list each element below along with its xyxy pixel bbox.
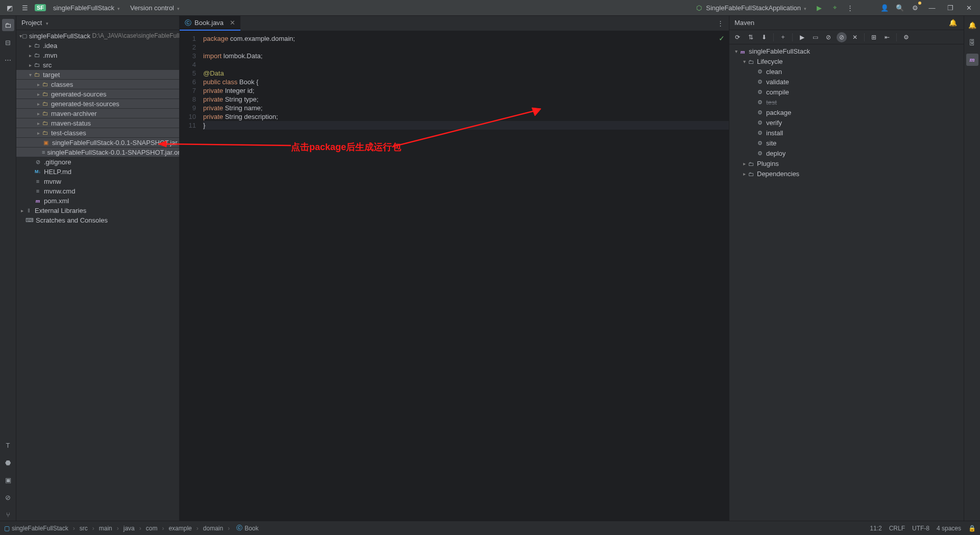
execute-goal-icon[interactable]: ▭: [810, 32, 820, 42]
debug-icon[interactable]: ⌖: [829, 2, 840, 13]
collapse-icon[interactable]: ✕: [850, 32, 860, 42]
reload-icon[interactable]: ⟳: [732, 32, 743, 42]
gear-icon: ⚙: [756, 68, 764, 75]
folder-icon: 🗀: [747, 171, 755, 177]
lifecycle-test[interactable]: ⚙test: [729, 98, 964, 107]
maven-toolbar: ⟳ ⇅ ⬇ ＋ ▶ ▭ ⊘ ⊘ ✕ ⊞ ⇤ ⚙: [729, 30, 964, 44]
lifecycle-verify[interactable]: ⚙verify: [729, 118, 964, 128]
breadcrumb[interactable]: ▢singleFableFullStack›src›main›java›com›…: [4, 524, 259, 532]
search-icon[interactable]: 🔍: [894, 2, 905, 13]
project-tool-icon[interactable]: 🗀: [2, 19, 14, 31]
breadcrumb-bar: ▢singleFableFullStack›src›main›java›com›…: [0, 521, 980, 535]
lifecycle-validate[interactable]: ⚙validate: [729, 77, 964, 87]
folder-icon: 🗀: [41, 101, 49, 107]
folder-icon: 🗀: [33, 42, 41, 48]
notifications-bell-icon[interactable]: 🔔: [947, 17, 959, 29]
lifecycle-install[interactable]: ⚙install: [729, 128, 964, 138]
target-folder: ▾🗀target: [16, 70, 179, 79]
code-with-me-icon[interactable]: 👤: [879, 2, 890, 13]
gear-icon: ⚙: [756, 150, 764, 157]
analysis-ok-icon[interactable]: ✓: [719, 34, 725, 43]
lifecycle-site[interactable]: ⚙site: [729, 138, 964, 148]
gitignore-icon: ⊘: [34, 159, 42, 165]
lifecycle-deploy[interactable]: ⚙deploy: [729, 149, 964, 158]
gear-icon: ⚙: [756, 109, 764, 116]
show-dep-graph-icon[interactable]: ⊞: [869, 32, 879, 42]
folder-icon: 🗀: [747, 161, 755, 167]
maven-tool-icon[interactable]: m: [966, 54, 978, 66]
window-close-icon[interactable]: ✕: [962, 2, 976, 13]
gutter: 1234567891011: [180, 31, 200, 521]
lifecycle-package[interactable]: ⚙package: [729, 108, 964, 117]
project-view-chooser[interactable]: [45, 19, 48, 27]
toggle-offline-icon[interactable]: ⊘: [823, 32, 834, 42]
snapshot-jar: ▣singleFableFullStack-0.0.1-SNAPSHOT.jar: [16, 138, 179, 147]
run-tool-icon[interactable]: ▣: [2, 474, 14, 486]
generate-sources-icon[interactable]: ⇅: [746, 32, 756, 42]
download-sources-icon[interactable]: ⬇: [759, 32, 769, 42]
tab-label: Book.java: [194, 19, 224, 27]
gear-icon: ⚙: [756, 79, 764, 85]
file-icon: ≡: [34, 178, 42, 184]
intellij-logo-icon[interactable]: ◩: [4, 2, 15, 13]
editor-tabbar: ⓒ Book.java ✕ ⋮: [180, 16, 729, 31]
run-config-dropdown[interactable]: ⬡SingleFableFullStackApplication: [693, 3, 810, 13]
folder-icon: 🗀: [33, 52, 41, 58]
gear-icon: ⚙: [756, 89, 764, 95]
scratches-icon: ⌨: [26, 217, 34, 224]
project-badge: SF: [35, 4, 46, 11]
line-ending[interactable]: CRLF: [889, 525, 905, 532]
maven-tree[interactable]: ▾msingleFableFullStack ▾🗀Lifecycle ⚙clea…: [729, 44, 964, 181]
run-icon[interactable]: ▶: [814, 2, 825, 13]
structure-tool-icon[interactable]: ⊟: [2, 36, 14, 48]
project-panel-title: Project: [21, 19, 42, 27]
file-icon: ≡: [42, 149, 45, 155]
encoding[interactable]: UTF-8: [912, 525, 929, 532]
window-minimize-icon[interactable]: —: [925, 2, 939, 13]
terminal-tool-icon[interactable]: T: [2, 439, 14, 451]
problems-tool-icon[interactable]: ⊘: [2, 491, 14, 503]
close-tab-icon[interactable]: ✕: [230, 19, 235, 27]
tab-options-icon[interactable]: ⋮: [712, 16, 729, 31]
code-editor[interactable]: 1234567891011 ✓ package com.example.doma…: [180, 31, 729, 521]
project-dropdown[interactable]: singleFableFullStack: [50, 3, 123, 13]
editor-area: ⓒ Book.java ✕ ⋮ 1234567891011 ✓ package …: [180, 16, 729, 521]
module-icon: ▢: [22, 33, 27, 39]
notifications-icon[interactable]: 🔔: [966, 19, 978, 31]
project-tree[interactable]: ▾▢singleFableFullStack D:\A_JAVA\case\si…: [16, 30, 179, 226]
jar-icon: ▣: [42, 139, 50, 146]
cursor-position[interactable]: 11:2: [870, 525, 881, 532]
run-maven-icon[interactable]: ▶: [797, 32, 807, 42]
more-actions-icon[interactable]: ⋮: [844, 2, 855, 13]
lifecycle-clean[interactable]: ⚙clean: [729, 67, 964, 77]
annotation-text: 点击package后生成运行包: [291, 141, 401, 153]
code-content[interactable]: ✓ package com.example.domain; import lom…: [200, 31, 729, 521]
folder-icon: 🗀: [41, 120, 49, 126]
collapse-all-icon[interactable]: ⇤: [882, 32, 892, 42]
more-tool-icon[interactable]: ⋯: [2, 54, 14, 66]
left-tool-strip: 🗀 ⊟ ⋯ T ⬣ ▣ ⊘ ⑂: [0, 16, 16, 521]
maven-icon: m: [34, 198, 42, 204]
vcs-dropdown[interactable]: Version control: [127, 3, 183, 13]
toggle-skip-tests-icon[interactable]: ⊘: [837, 32, 847, 42]
window-maximize-icon[interactable]: ❐: [943, 2, 958, 13]
main-menu-icon[interactable]: ☰: [19, 2, 31, 13]
tab-book-java[interactable]: ⓒ Book.java ✕: [180, 16, 240, 31]
add-project-icon[interactable]: ＋: [778, 32, 788, 42]
titlebar: ◩ ☰ SF singleFableFullStack Version cont…: [0, 0, 980, 16]
folder-icon: 🗀: [33, 62, 41, 68]
folder-icon: 🗀: [747, 59, 755, 65]
gear-icon: ⚙: [756, 140, 764, 147]
gear-icon: ⚙: [756, 130, 764, 136]
folder-icon: 🗀: [41, 130, 49, 136]
maven-settings-icon[interactable]: ⚙: [901, 32, 911, 42]
gear-icon: ⚙: [756, 99, 764, 106]
git-tool-icon[interactable]: ⑂: [2, 508, 14, 521]
indent[interactable]: 4 spaces: [937, 525, 961, 532]
maven-panel-title: Maven: [734, 19, 754, 27]
lifecycle-compile[interactable]: ⚙compile: [729, 87, 964, 97]
database-tool-icon[interactable]: 🗄: [966, 36, 978, 48]
services-tool-icon[interactable]: ⬣: [2, 456, 14, 469]
settings-icon[interactable]: ⚙: [910, 2, 921, 13]
readonly-lock-icon[interactable]: 🔒: [968, 525, 976, 532]
